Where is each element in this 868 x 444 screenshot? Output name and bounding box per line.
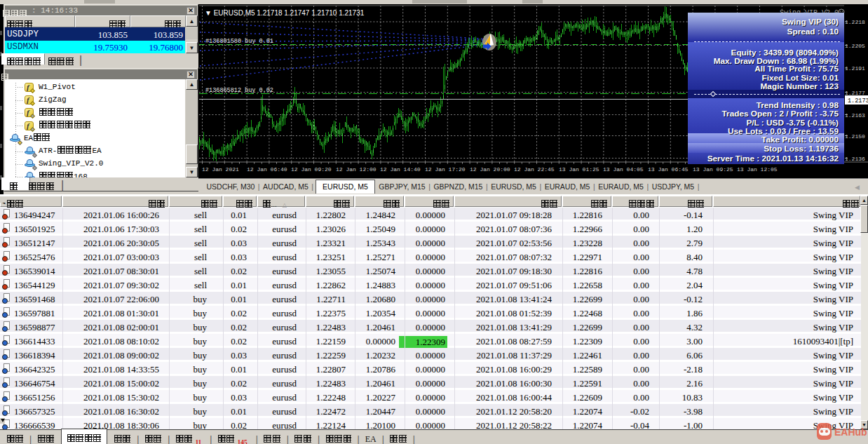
svg-text:13 Jan 09:25: 13 Jan 09:25 <box>693 166 733 173</box>
svg-text:12 Jan 17:20: 12 Jan 17:20 <box>425 166 466 173</box>
svg-text:1.2177: 1.2177 <box>845 90 865 96</box>
svg-text:12 Jan 2021: 12 Jan 2021 <box>202 166 239 173</box>
svg-text:1.2218: 1.2218 <box>845 19 865 25</box>
svg-text:13 Jan 04:05: 13 Jan 04:05 <box>603 166 644 173</box>
svg-text:#136801580 buy 0.01: #136801580 buy 0.01 <box>205 38 273 45</box>
svg-text:12 Jan 14:40: 12 Jan 14:40 <box>380 166 421 173</box>
svg-text:#136865812 buy 0.02: #136865812 buy 0.02 <box>205 87 273 94</box>
svg-text:1.2191: 1.2191 <box>845 65 865 72</box>
svg-text:1.2163: 1.2163 <box>845 112 865 119</box>
svg-text:1.2205: 1.2205 <box>845 43 865 49</box>
svg-text:12 Jan 20:00: 12 Jan 20:00 <box>470 166 510 173</box>
svg-text:12 Jan 09:20: 12 Jan 09:20 <box>291 166 332 173</box>
svg-text:12 Jan 12:00: 12 Jan 12:00 <box>336 166 377 173</box>
svg-text:▼ EURUSD,M5 1.21718 1.21747 1: ▼ EURUSD,M5 1.21718 1.21747 1.21710 1.21… <box>205 9 365 17</box>
svg-text:13 Jan 06:45: 13 Jan 06:45 <box>648 166 689 173</box>
svg-text:1.2150: 1.2150 <box>845 133 865 140</box>
svg-text:12 Jan 06:40: 12 Jan 06:40 <box>247 166 287 173</box>
svg-text:13 Jan 12:05: 13 Jan 12:05 <box>737 166 778 173</box>
svg-text:1.2136: 1.2136 <box>845 156 865 162</box>
svg-text:12 Jan 22:45: 12 Jan 22:45 <box>514 166 555 173</box>
svg-text:13 Jan 01:25: 13 Jan 01:25 <box>559 166 599 173</box>
svg-text:1.2173: 1.2173 <box>848 97 868 105</box>
